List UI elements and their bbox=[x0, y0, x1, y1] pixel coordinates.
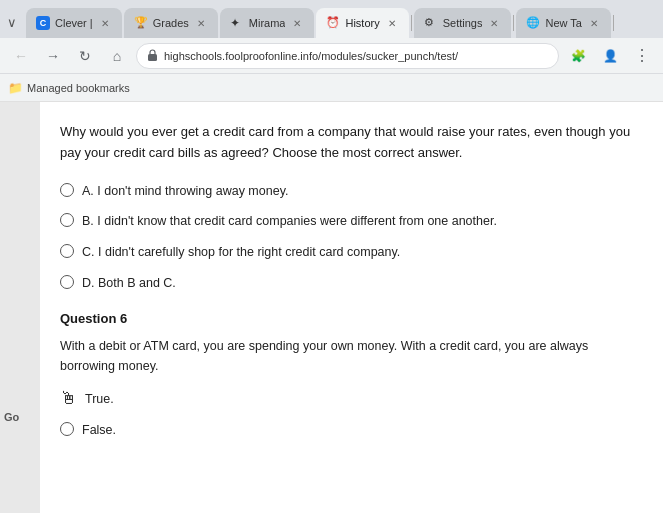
radio-c[interactable] bbox=[60, 244, 74, 258]
tab-mirama-close[interactable]: ✕ bbox=[290, 16, 304, 30]
tab-new-tab[interactable]: 🌐 New Ta ✕ bbox=[516, 8, 610, 38]
option-c-label: C. I didn't carefully shop for the right… bbox=[82, 243, 400, 262]
tab-settings[interactable]: ⚙ Settings ✕ bbox=[414, 8, 512, 38]
extensions-button[interactable]: 🧩 bbox=[565, 43, 591, 69]
tab-separator-3 bbox=[613, 15, 614, 31]
radio-a[interactable] bbox=[60, 183, 74, 197]
option-a[interactable]: A. I don't mind throwing away money. bbox=[60, 182, 633, 201]
tab-separator bbox=[411, 15, 412, 31]
tab-bar: ∨ C Clever | ✕ 🏆 Grades ✕ ✦ Mirama ✕ ⏰ H… bbox=[0, 0, 663, 38]
new-tab-icon: 🌐 bbox=[526, 16, 540, 30]
tab-grades-label: Grades bbox=[153, 17, 189, 29]
lock-icon bbox=[147, 49, 158, 63]
tab-back-button[interactable]: ∨ bbox=[4, 13, 20, 32]
tab-clever-close[interactable]: ✕ bbox=[98, 16, 112, 30]
history-icon: ⏰ bbox=[326, 16, 340, 30]
bookmarks-icon: 📁 bbox=[8, 81, 23, 95]
tab-settings-label: Settings bbox=[443, 17, 483, 29]
cursor-icon: 🖱 bbox=[60, 389, 77, 409]
tab-separator-2 bbox=[513, 15, 514, 31]
option-d-label: D. Both B and C. bbox=[82, 274, 176, 293]
forward-button[interactable]: → bbox=[40, 43, 66, 69]
option-b-label: B. I didn't know that credit card compan… bbox=[82, 212, 497, 231]
menu-button[interactable]: ⋮ bbox=[629, 43, 655, 69]
question6-body: With a debit or ATM card, you are spendi… bbox=[60, 336, 633, 376]
clever-icon: C bbox=[36, 16, 50, 30]
address-text: highschools.foolproofonline.info/modules… bbox=[164, 50, 458, 62]
option-b[interactable]: B. I didn't know that credit card compan… bbox=[60, 212, 633, 231]
radio-false[interactable] bbox=[60, 422, 74, 436]
option-true-label: True. bbox=[85, 390, 114, 409]
toolbar: ← → ↻ ⌂ highschools.foolproofonline.info… bbox=[0, 38, 663, 74]
question6-heading: Question 6 bbox=[60, 311, 633, 326]
option-true[interactable]: 🖱 True. bbox=[60, 390, 633, 409]
option-c[interactable]: C. I didn't carefully shop for the right… bbox=[60, 243, 633, 262]
tab-history-label: History bbox=[345, 17, 379, 29]
grades-icon: 🏆 bbox=[134, 16, 148, 30]
option-a-label: A. I don't mind throwing away money. bbox=[82, 182, 288, 201]
browser-frame: ∨ C Clever | ✕ 🏆 Grades ✕ ✦ Mirama ✕ ⏰ H… bbox=[0, 0, 663, 513]
tab-clever-label: Clever | bbox=[55, 17, 93, 29]
main-content: Why would you ever get a credit card fro… bbox=[40, 102, 663, 513]
page-content: Go Why would you ever get a credit card … bbox=[0, 102, 663, 513]
profile-button[interactable]: 👤 bbox=[597, 43, 623, 69]
tab-grades-close[interactable]: ✕ bbox=[194, 16, 208, 30]
mirama-icon: ✦ bbox=[230, 16, 244, 30]
tab-history-close[interactable]: ✕ bbox=[385, 16, 399, 30]
bookmarks-label: Managed bookmarks bbox=[27, 82, 130, 94]
back-button[interactable]: ← bbox=[8, 43, 34, 69]
tab-settings-close[interactable]: ✕ bbox=[487, 16, 501, 30]
svg-rect-0 bbox=[148, 54, 157, 61]
left-sidebar: Go bbox=[0, 102, 40, 513]
tab-new-tab-close[interactable]: ✕ bbox=[587, 16, 601, 30]
bookmarks-bar: 📁 Managed bookmarks bbox=[0, 74, 663, 102]
option-false-label: False. bbox=[82, 421, 116, 440]
option-false[interactable]: False. bbox=[60, 421, 633, 440]
address-bar[interactable]: highschools.foolproofonline.info/modules… bbox=[136, 43, 559, 69]
reload-button[interactable]: ↻ bbox=[72, 43, 98, 69]
tab-new-tab-label: New Ta bbox=[545, 17, 581, 29]
tab-mirama[interactable]: ✦ Mirama ✕ bbox=[220, 8, 315, 38]
tab-clever[interactable]: C Clever | ✕ bbox=[26, 8, 122, 38]
option-d[interactable]: D. Both B and C. bbox=[60, 274, 633, 293]
radio-b[interactable] bbox=[60, 213, 74, 227]
settings-icon: ⚙ bbox=[424, 16, 438, 30]
radio-d[interactable] bbox=[60, 275, 74, 289]
tab-grades[interactable]: 🏆 Grades ✕ bbox=[124, 8, 218, 38]
go-label: Go bbox=[4, 411, 19, 423]
question5-text: Why would you ever get a credit card fro… bbox=[60, 122, 633, 164]
home-button[interactable]: ⌂ bbox=[104, 43, 130, 69]
tab-mirama-label: Mirama bbox=[249, 17, 286, 29]
tab-history[interactable]: ⏰ History ✕ bbox=[316, 8, 408, 38]
